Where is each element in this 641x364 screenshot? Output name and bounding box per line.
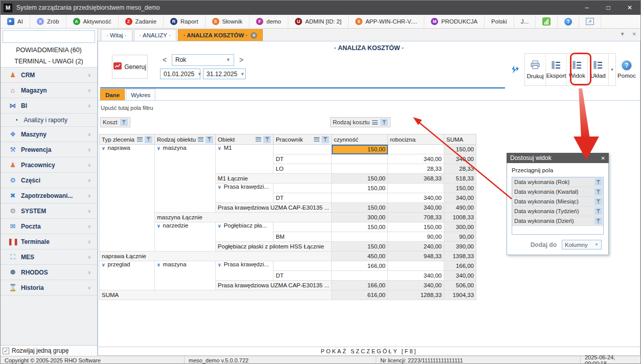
next-period-button[interactable]: > <box>236 54 246 66</box>
pivot-label-cell[interactable] <box>273 184 332 193</box>
sidebar-item-terminale[interactable]: ❚❚Terminale∨ <box>1 234 97 249</box>
subtab-dane[interactable]: Dane <box>100 89 125 100</box>
date-from-field[interactable]: 01.01.2025▼ <box>160 69 200 79</box>
popup-field-data-wykonania-kwarta[interactable]: Data wykonania (Kwartał) <box>512 187 603 197</box>
pivot-group-cell[interactable]: ∨M1 <box>216 145 273 174</box>
pivot-label-cell[interactable] <box>273 261 332 271</box>
toolbar-item-zrob[interactable]: XZrób <box>30 15 66 28</box>
filter-icon[interactable] <box>380 119 388 126</box>
pivot-label-cell[interactable]: DT <box>273 154 332 164</box>
pivot-cell[interactable]: 150,00 <box>444 184 476 193</box>
previous-period-button[interactable]: < <box>159 54 170 66</box>
expand-icon[interactable]: ∨ <box>218 223 221 229</box>
pivot-cell[interactable]: 90,00 <box>444 232 476 242</box>
pivot-cell[interactable]: 166,00 <box>332 261 388 271</box>
toolbar-item-stats[interactable] <box>536 15 558 28</box>
generate-button[interactable]: Generuj <box>112 55 148 79</box>
pivot-cell[interactable]: 340,00 <box>388 193 444 203</box>
pivot-header-pracownik[interactable]: Pracownik <box>273 134 332 145</box>
sidebar-item-bi[interactable]: ⋈BI∧ <box>1 98 97 113</box>
toolbar-item-admin[interactable]: UADMIN [ID: 2] <box>288 15 349 28</box>
filter-icon[interactable] <box>263 136 271 143</box>
pivot-cell[interactable]: 28,33 <box>388 164 444 174</box>
pivot-cell[interactable]: 340,00 <box>444 154 476 164</box>
filter-chip-koszt[interactable]: Koszt <box>100 117 130 127</box>
notifications-link[interactable]: POWIADOMIENIA (60) <box>1 44 97 56</box>
drukuj-button[interactable]: Drukuj <box>525 54 546 85</box>
minimize-button[interactable]: – <box>576 1 598 15</box>
expand-icon[interactable]: ∨ <box>157 262 161 267</box>
pivot-group-cell[interactable]: ∨maszyna <box>155 261 216 290</box>
expand-icon[interactable]: ∨ <box>157 223 161 229</box>
pivot-cell[interactable]: 150,00 <box>388 222 444 232</box>
pivot-group-cell[interactable]: ∨narzedzie <box>155 222 216 252</box>
help-button[interactable]: ? Pomoc <box>616 53 637 86</box>
filter-icon[interactable] <box>594 178 602 186</box>
pivot-column-header-robocizna[interactable]: robocizna <box>388 134 444 145</box>
pivot-cell[interactable]: 340,00 <box>388 154 444 164</box>
refresh-button[interactable] <box>506 53 524 86</box>
filter-chip-rodzaj-kosztu[interactable]: Rodzaj kosztu <box>330 117 391 127</box>
expand-icon[interactable]: ∨ <box>157 146 161 151</box>
uk-ad-button[interactable]: Układ <box>588 54 609 85</box>
tab-analizy[interactable]: · ANALIZY · <box>134 29 176 41</box>
pivot-header-obiekt[interactable]: Obiekt <box>216 134 273 145</box>
pivot-cell[interactable]: 150,00 <box>332 184 388 193</box>
sort-icon[interactable] <box>256 137 261 142</box>
sidebar-item-zapotrzebowani[interactable]: ✖Zapotrzebowani...∨ <box>1 188 97 203</box>
sidebar-item-system[interactable]: ⚙SYSTEM∨ <box>1 203 97 219</box>
close-button[interactable]: ✕ <box>619 1 640 15</box>
filter-icon[interactable] <box>594 208 602 215</box>
sidebar-item-crm[interactable]: ♟CRM∨ <box>1 67 97 83</box>
filter-icon[interactable] <box>594 188 602 195</box>
pivot-label-cell[interactable] <box>273 222 332 232</box>
date-to-field[interactable]: 31.12.2025▼ <box>203 69 246 79</box>
toolbar-item-raport[interactable]: RRaport <box>164 15 205 28</box>
sort-icon[interactable] <box>314 137 319 142</box>
pivot-label-cell[interactable]: BM <box>273 232 332 242</box>
pivot-header-rodzaj-obiektu[interactable]: Rodzaj obiektu <box>155 134 216 145</box>
pivot-cell[interactable]: 150,00 <box>332 222 388 232</box>
add-to-select[interactable]: Kolumny▼ <box>562 240 602 249</box>
sidebar-item-cz-ci[interactable]: ⚙Części∨ <box>1 173 97 188</box>
expand-icon[interactable]: ∨ <box>218 146 221 151</box>
expand-icon[interactable]: ∨ <box>218 185 221 190</box>
pivot-cell[interactable] <box>332 164 388 174</box>
pivot-cell[interactable]: 340,00 <box>444 271 476 281</box>
pivot-group-cell[interactable]: ∨Prasa krawędzi... <box>216 184 273 203</box>
pivot-cell[interactable] <box>332 154 388 164</box>
pivot-cell[interactable] <box>332 232 388 242</box>
filter-icon[interactable] <box>594 217 602 224</box>
pivot-label-cell[interactable]: DT <box>273 271 332 281</box>
popup-field-data-wykonania-dzie[interactable]: Data wykonania (Dzień) <box>512 216 603 226</box>
pivot-cell[interactable]: 340,00 <box>444 193 476 203</box>
pivot-cell[interactable] <box>388 145 444 154</box>
toolbar-item-polski[interactable]: Polski <box>485 15 514 28</box>
toolbar-item-j[interactable]: J... <box>514 15 536 28</box>
pivot-label-cell[interactable]: LO <box>273 164 332 174</box>
expand-icon[interactable]: ∨ <box>102 262 105 267</box>
filter-icon[interactable] <box>120 119 128 126</box>
sort-icon[interactable] <box>137 137 143 142</box>
pivot-cell[interactable] <box>332 193 388 203</box>
filter-icon[interactable] <box>594 198 602 205</box>
popup-field-data-wykonania-rok[interactable]: Data wykonania (Rok) <box>512 177 603 187</box>
expand-icon[interactable]: ∨ <box>218 262 221 267</box>
toolbar-item-help[interactable]: ? <box>558 15 579 28</box>
toolbar-item-produkcja[interactable]: MPRODUKCJA <box>424 15 485 28</box>
expand-one-group-checkbox[interactable]: ✓ <box>3 348 9 354</box>
popup-title-bar[interactable]: Dostosuj widok ✕ <box>507 153 609 163</box>
sort-icon[interactable] <box>198 137 203 142</box>
sidebar-item-prewencja[interactable]: ⚒Prewencja∨ <box>1 142 97 157</box>
sidebar-item-mes[interactable]: ⛶MES∨ <box>1 249 97 265</box>
sidebar-item-analizy-i-raporty[interactable]: •Analizy i raporty <box>1 113 97 127</box>
pivot-group-cell[interactable]: ∨Prasa krawędzi... <box>216 261 273 281</box>
popup-field-data-wykonania-miesi-c[interactable]: Data wykonania (Miesiąc) <box>512 197 603 207</box>
sidebar-item-historia[interactable]: ⌛Historia∨ <box>1 280 97 295</box>
pivot-cell[interactable] <box>388 184 444 193</box>
pivot-cell[interactable]: 150,00 <box>444 145 476 154</box>
pivot-cell[interactable]: 28,33 <box>444 164 476 174</box>
pivot-column-header-czynno[interactable]: czynność <box>332 134 388 145</box>
tab-list-dropdown-icon[interactable]: ▼ <box>620 31 625 37</box>
toolbar-item-zadanie[interactable]: ZZadanie <box>119 15 164 28</box>
